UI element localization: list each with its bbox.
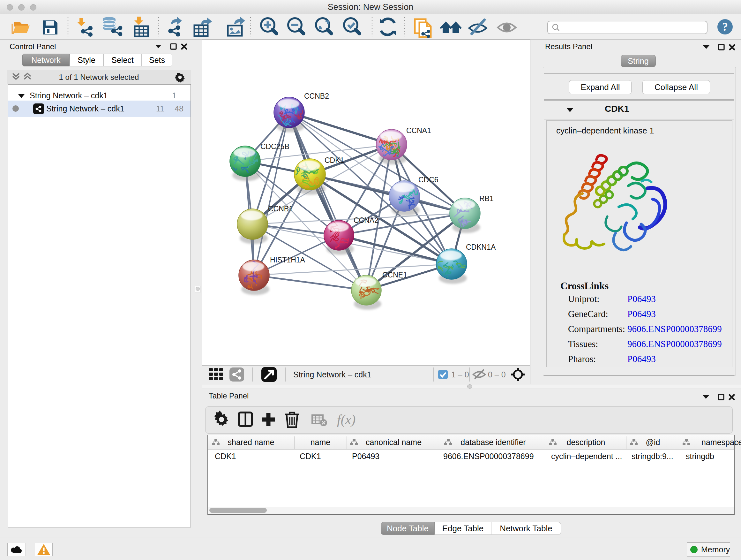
svg-text:1 – 0: 1 – 0 bbox=[451, 370, 469, 379]
svg-text:CCNB1: CCNB1 bbox=[268, 205, 293, 213]
svg-text:CCNA1: CCNA1 bbox=[406, 126, 431, 135]
svg-text:?: ? bbox=[722, 20, 728, 33]
svg-text:String Network – cdk1: String Network – cdk1 bbox=[293, 370, 372, 379]
svg-text:CCNA2: CCNA2 bbox=[354, 216, 379, 225]
svg-text:f(x): f(x) bbox=[337, 412, 355, 427]
svg-text:CCNB2: CCNB2 bbox=[304, 92, 329, 100]
svg-text:0 – 0: 0 – 0 bbox=[488, 370, 506, 379]
svg-text:RB1: RB1 bbox=[479, 194, 494, 203]
svg-text:CDK1: CDK1 bbox=[325, 156, 344, 165]
svg-text:HIST1H1A: HIST1H1A bbox=[270, 256, 306, 264]
svg-text:CCNE1: CCNE1 bbox=[382, 271, 407, 279]
svg-text:CDC6: CDC6 bbox=[418, 176, 439, 184]
svg-text:CDC25B: CDC25B bbox=[260, 142, 289, 151]
svg-text:CDKN1A: CDKN1A bbox=[466, 243, 496, 251]
